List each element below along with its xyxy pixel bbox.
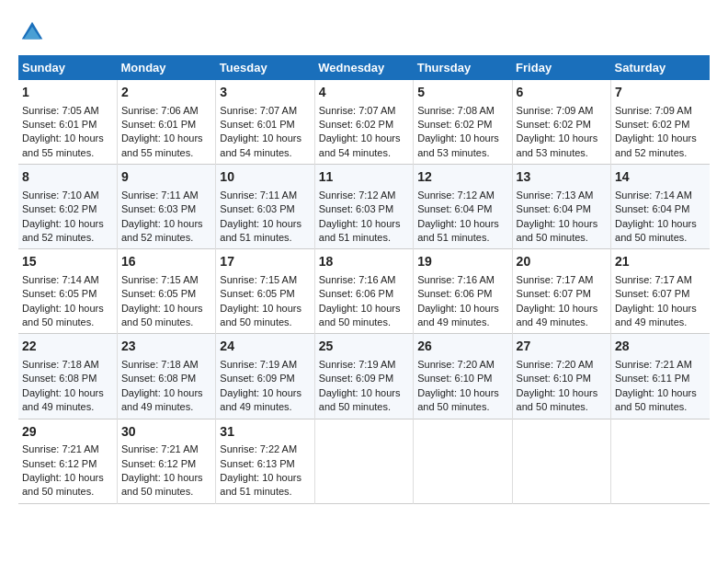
week-row-2: 8 Sunrise: 7:10 AM Sunset: 6:02 PM Dayli… [18,165,710,249]
daylight-minutes: and 52 minutes. [121,232,193,243]
sunset: Sunset: 6:10 PM [517,373,591,384]
daylight-minutes: and 51 minutes. [319,232,391,243]
day-number: 7 [615,84,706,102]
daylight-minutes: and 50 minutes. [319,401,391,412]
sunrise: Sunrise: 7:18 AM [121,359,199,370]
daylight-minutes: and 52 minutes. [22,232,94,243]
cell-18: 18 Sunrise: 7:16 AM Sunset: 6:06 PM Dayl… [314,249,413,334]
sunrise: Sunrise: 7:22 AM [220,443,297,454]
sunrise: Sunrise: 7:20 AM [417,359,495,370]
daylight: Daylight: 10 hours [220,387,301,398]
day-number: 9 [121,168,211,187]
cell-7: 7 Sunrise: 7:09 AM Sunset: 6:02 PM Dayli… [611,80,710,165]
cell-24: 24 Sunrise: 7:19 AM Sunset: 6:09 PM Dayl… [216,334,314,419]
day-number: 1 [22,84,113,102]
day-number: 10 [220,168,310,187]
sunset: Sunset: 6:06 PM [417,288,492,299]
header-sunday: Sunday [18,55,117,80]
daylight: Daylight: 10 hours [615,218,697,229]
sunrise: Sunrise: 7:19 AM [220,359,297,370]
daylight: Daylight: 10 hours [417,387,499,398]
daylight-minutes: and 50 minutes. [121,486,193,497]
day-number: 16 [121,253,211,271]
sunset: Sunset: 6:02 PM [22,203,97,214]
day-number: 28 [615,338,706,356]
daylight: Daylight: 10 hours [22,472,104,483]
header-wednesday: Wednesday [314,55,413,80]
sunrise: Sunrise: 7:09 AM [517,105,594,116]
daylight-minutes: and 51 minutes. [417,232,489,243]
daylight: Daylight: 10 hours [319,303,401,314]
daylight-minutes: and 50 minutes. [121,316,193,327]
cell-8: 8 Sunrise: 7:10 AM Sunset: 6:02 PM Dayli… [18,165,117,249]
daylight: Daylight: 10 hours [121,387,203,398]
cell-4: 4 Sunrise: 7:07 AM Sunset: 6:02 PM Dayli… [314,80,413,165]
day-number: 5 [417,84,507,102]
daylight: Daylight: 10 hours [319,218,401,229]
sunset: Sunset: 6:10 PM [417,373,492,384]
day-number: 26 [417,338,507,356]
sunrise: Sunrise: 7:19 AM [319,359,396,370]
sunrise: Sunrise: 7:07 AM [319,105,396,116]
sunrise: Sunrise: 7:21 AM [615,359,692,370]
header-friday: Friday [512,55,610,80]
day-number: 27 [517,338,607,356]
daylight: Daylight: 10 hours [319,132,401,144]
sunset: Sunset: 6:03 PM [121,203,196,214]
day-number: 13 [517,168,607,187]
cell-5: 5 Sunrise: 7:08 AM Sunset: 6:02 PM Dayli… [414,80,512,165]
cell-31: 31 Sunrise: 7:22 AM Sunset: 6:13 PM Dayl… [216,419,314,503]
day-number: 15 [22,253,113,271]
daylight-minutes: and 54 minutes. [220,147,291,158]
sunrise: Sunrise: 7:15 AM [220,274,297,285]
daylight: Daylight: 10 hours [220,218,301,229]
daylight: Daylight: 10 hours [417,218,499,229]
day-number: 12 [417,168,507,187]
sunrise: Sunrise: 7:21 AM [22,443,99,454]
daylight-minutes: and 50 minutes. [220,316,291,327]
daylight-minutes: and 49 minutes. [220,401,291,412]
day-number: 24 [220,338,310,356]
calendar-table: SundayMondayTuesdayWednesdayThursdayFrid… [18,55,710,504]
cell-1: 1 Sunrise: 7:05 AM Sunset: 6:01 PM Dayli… [18,80,117,165]
daylight-minutes: and 53 minutes. [417,147,489,158]
day-number: 3 [220,84,310,102]
cell-21: 21 Sunrise: 7:17 AM Sunset: 6:07 PM Dayl… [611,249,710,334]
sunset: Sunset: 6:09 PM [220,373,294,384]
cell-empty [512,419,610,503]
sunrise: Sunrise: 7:12 AM [417,190,495,201]
sunrise: Sunrise: 7:16 AM [319,274,396,285]
page-header [18,18,710,46]
week-row-5: 29 Sunrise: 7:21 AM Sunset: 6:12 PM Dayl… [18,419,710,503]
day-number: 2 [121,84,211,102]
daylight-minutes: and 51 minutes. [220,486,291,497]
sunset: Sunset: 6:01 PM [22,119,97,130]
sunset: Sunset: 6:13 PM [220,458,294,469]
daylight-minutes: and 50 minutes. [615,232,687,243]
week-row-4: 22 Sunrise: 7:18 AM Sunset: 6:08 PM Dayl… [18,334,710,419]
daylight: Daylight: 10 hours [121,132,203,144]
day-number: 6 [517,84,607,102]
sunrise: Sunrise: 7:20 AM [517,359,594,370]
sunrise: Sunrise: 7:14 AM [615,190,692,201]
sunset: Sunset: 6:02 PM [417,119,492,130]
daylight-minutes: and 52 minutes. [615,147,687,158]
cell-3: 3 Sunrise: 7:07 AM Sunset: 6:01 PM Dayli… [216,80,314,165]
cell-22: 22 Sunrise: 7:18 AM Sunset: 6:08 PM Dayl… [18,334,117,419]
sunset: Sunset: 6:01 PM [220,119,294,130]
daylight: Daylight: 10 hours [615,132,697,144]
sunset: Sunset: 6:02 PM [615,119,689,130]
day-number: 18 [319,253,409,271]
logo-icon [18,18,46,46]
week-row-1: 1 Sunrise: 7:05 AM Sunset: 6:01 PM Dayli… [18,80,710,165]
daylight-minutes: and 50 minutes. [319,316,391,327]
daylight: Daylight: 10 hours [220,472,301,483]
cell-2: 2 Sunrise: 7:06 AM Sunset: 6:01 PM Dayli… [117,80,215,165]
sunrise: Sunrise: 7:21 AM [121,443,199,454]
sunset: Sunset: 6:03 PM [319,203,393,214]
sunrise: Sunrise: 7:13 AM [517,190,594,201]
daylight: Daylight: 10 hours [517,303,598,314]
daylight: Daylight: 10 hours [220,132,301,144]
header-saturday: Saturday [611,55,710,80]
header-tuesday: Tuesday [216,55,314,80]
